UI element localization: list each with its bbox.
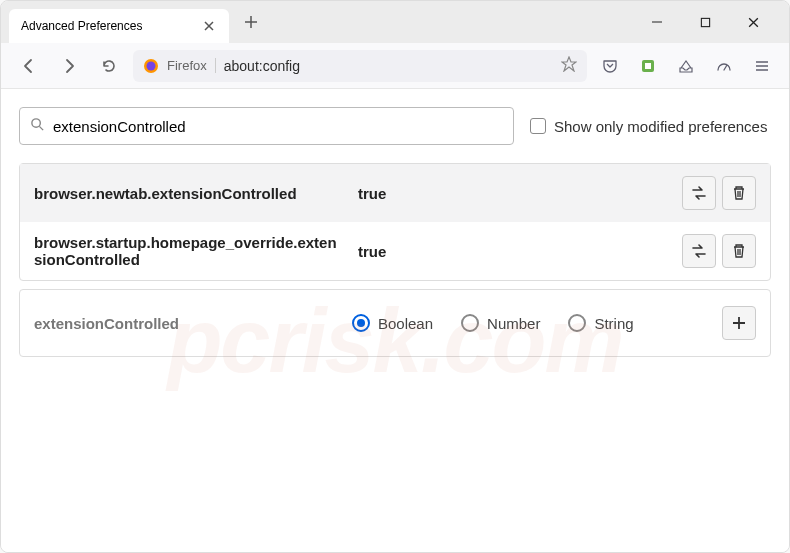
browser-tab[interactable]: Advanced Preferences: [9, 9, 229, 43]
reload-button[interactable]: [93, 50, 125, 82]
svg-point-5: [32, 118, 40, 126]
radio-string[interactable]: String: [568, 314, 633, 332]
svg-point-2: [147, 61, 156, 70]
browser-toolbar: Firefox about:config: [1, 43, 789, 89]
forward-button[interactable]: [53, 50, 85, 82]
radio-label: String: [594, 315, 633, 332]
row-actions: [682, 176, 756, 210]
pref-value: true: [358, 185, 668, 202]
type-radio-group: Boolean Number String: [352, 314, 714, 332]
checkbox-icon: [530, 118, 546, 134]
toggle-button[interactable]: [682, 234, 716, 268]
pref-name: browser.newtab.extensionControlled: [34, 185, 344, 202]
pocket-icon[interactable]: [595, 51, 625, 81]
svg-rect-0: [701, 18, 709, 26]
menu-button[interactable]: [747, 51, 777, 81]
toggle-button[interactable]: [682, 176, 716, 210]
add-button[interactable]: [722, 306, 756, 340]
delete-button[interactable]: [722, 176, 756, 210]
back-button[interactable]: [13, 50, 45, 82]
titlebar: Advanced Preferences: [1, 1, 789, 43]
firefox-icon: [143, 58, 159, 74]
brand-label: Firefox: [167, 58, 216, 73]
search-input[interactable]: [53, 118, 503, 135]
minimize-icon[interactable]: [645, 10, 669, 34]
radio-icon: [352, 314, 370, 332]
pref-row: browser.startup.homepage_override.extens…: [20, 222, 770, 280]
radio-label: Number: [487, 315, 540, 332]
extension-icon[interactable]: [633, 51, 663, 81]
new-pref-row: extensionControlled Boolean Number Strin…: [19, 289, 771, 357]
radio-boolean[interactable]: Boolean: [352, 314, 433, 332]
url-text: about:config: [224, 58, 553, 74]
new-tab-button[interactable]: [237, 8, 265, 36]
search-icon: [30, 117, 45, 136]
row-actions: [682, 234, 756, 268]
maximize-icon[interactable]: [693, 10, 717, 34]
pref-row: browser.newtab.extensionControlled true: [20, 164, 770, 222]
radio-icon: [568, 314, 586, 332]
performance-icon[interactable]: [709, 51, 739, 81]
pref-value: true: [358, 243, 668, 260]
content-area: Show only modified preferences browser.n…: [1, 89, 789, 552]
search-row: Show only modified preferences: [19, 107, 771, 145]
checkbox-label: Show only modified preferences: [554, 118, 767, 135]
tab-title: Advanced Preferences: [21, 19, 201, 33]
show-modified-checkbox[interactable]: Show only modified preferences: [530, 118, 767, 135]
search-box[interactable]: [19, 107, 514, 145]
svg-rect-4: [645, 63, 651, 69]
new-pref-name: extensionControlled: [34, 315, 344, 332]
pref-name: browser.startup.homepage_override.extens…: [34, 234, 344, 268]
delete-button[interactable]: [722, 234, 756, 268]
window-controls: [645, 10, 781, 34]
radio-label: Boolean: [378, 315, 433, 332]
radio-icon: [461, 314, 479, 332]
preferences-table: browser.newtab.extensionControlled true …: [19, 163, 771, 281]
radio-number[interactable]: Number: [461, 314, 540, 332]
inbox-icon[interactable]: [671, 51, 701, 81]
close-tab-icon[interactable]: [201, 18, 217, 34]
close-window-icon[interactable]: [741, 10, 765, 34]
bookmark-star-icon[interactable]: [561, 56, 577, 76]
address-bar[interactable]: Firefox about:config: [133, 50, 587, 82]
